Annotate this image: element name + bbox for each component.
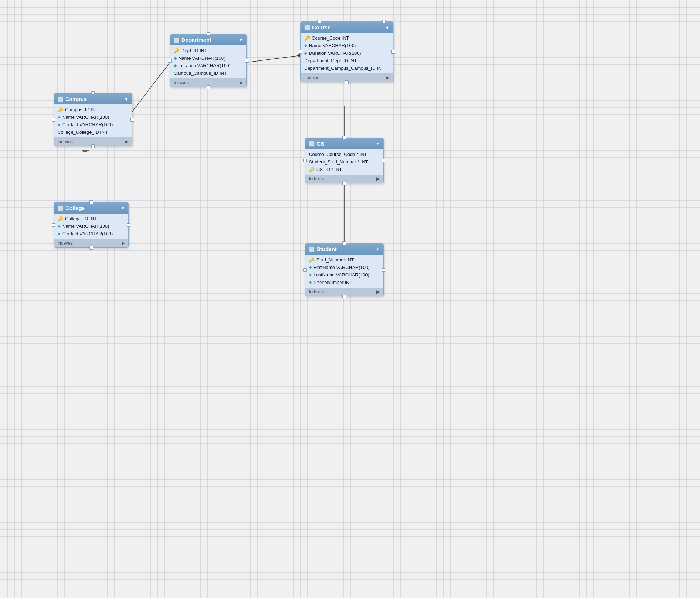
course-table-title: Course — [312, 24, 331, 30]
college-table-header[interactable]: College ▼ — [54, 202, 128, 214]
campus-chevron-icon: ▼ — [124, 97, 128, 101]
key-icon: 🔑 — [309, 167, 315, 172]
student-table: Student ▼ 🔑 Stud_Number INT ◆ FirstName … — [305, 243, 384, 296]
department-table-title: Department — [182, 37, 211, 43]
table-row: 🔑 Campus_ID INT — [54, 106, 132, 113]
table-row: Student_Stud_Number * INT — [305, 158, 383, 166]
table-row: Course_Course_Code * INT — [305, 151, 383, 158]
svg-line-0 — [130, 63, 170, 114]
cs-table-header[interactable]: CS ▼ — [305, 138, 383, 149]
cs-chevron-icon: ▼ — [376, 142, 380, 146]
table-row: ◆ LastName VARCHAR(100) — [305, 271, 383, 279]
department-table: Department ▼ 🔑 Dept_ID INT ◆ Name VARCHA… — [170, 34, 247, 87]
diamond-icon: ◆ — [309, 280, 312, 285]
table-row: ◆ Name VARCHAR(100) — [170, 54, 246, 62]
table-row: ◆ Location VARCHAR(100) — [170, 62, 246, 69]
student-table-icon — [309, 246, 315, 252]
key-icon: 🔑 — [174, 48, 179, 53]
table-row: ◆ Duration VARCHAR(100) — [301, 49, 393, 57]
table-row: ◆ Name VARCHAR(100) — [54, 222, 128, 230]
diamond-icon: ◆ — [58, 115, 60, 119]
college-table: College ▼ 🔑 College_ID INT ◆ Name VARCHA… — [54, 202, 129, 248]
table-row: Department_Dept_ID INT — [301, 57, 393, 64]
table-row: College_College_ID INT — [54, 128, 132, 136]
college-table-icon — [58, 205, 63, 211]
student-chevron-icon: ▼ — [376, 247, 380, 251]
cs-table-icon — [309, 141, 315, 147]
department-table-body: 🔑 Dept_ID INT ◆ Name VARCHAR(100) ◆ Loca… — [170, 45, 246, 78]
campus-table-body: 🔑 Campus_ID INT ◆ Name VARCHAR(100) ◆ Co… — [54, 104, 132, 137]
table-row: 🔑 College_ID INT — [54, 215, 128, 222]
department-table-header[interactable]: Department ▼ — [170, 34, 246, 45]
college-table-body: 🔑 College_ID INT ◆ Name VARCHAR(100) ◆ C… — [54, 214, 128, 239]
indexes-arrow-icon: ▶ — [122, 241, 125, 246]
table-row: ◆ PhoneNumber INT — [305, 279, 383, 286]
department-table-icon — [174, 37, 179, 43]
campus-table-icon — [58, 96, 63, 102]
course-table-header[interactable]: Course ▼ — [301, 22, 393, 33]
course-table-body: 🔑 Course_Code INT ◆ Name VARCHAR(100) ◆ … — [301, 33, 393, 73]
indexes-arrow-icon: ▶ — [376, 289, 380, 294]
college-chevron-icon: ▼ — [121, 206, 125, 210]
key-icon: 🔑 — [58, 216, 63, 221]
table-row: 🔑 Stud_Number INT — [305, 256, 383, 264]
table-row: 🔑 Dept_ID INT — [170, 47, 246, 54]
course-table: Course ▼ 🔑 Course_Code INT ◆ Name VARCHA… — [300, 21, 393, 82]
table-row: 🔑 Course_Code INT — [301, 34, 393, 42]
diamond-icon: ◆ — [309, 273, 312, 277]
indexes-arrow-icon: ▶ — [376, 176, 380, 181]
campus-table-header[interactable]: Campus ▼ — [54, 93, 132, 104]
key-icon: 🔑 — [309, 257, 315, 263]
diamond-icon: ◆ — [58, 224, 60, 229]
diamond-icon: ◆ — [58, 231, 60, 236]
svg-line-9 — [245, 55, 300, 63]
key-icon: 🔑 — [304, 35, 310, 41]
cs-table-body: Course_Course_Code * INT Student_Stud_Nu… — [305, 149, 383, 175]
table-row: ◆ Contact VARCHAR(100) — [54, 121, 132, 128]
diamond-icon: ◆ — [309, 265, 312, 270]
course-chevron-icon: ▼ — [385, 25, 389, 30]
department-chevron-icon: ▼ — [239, 38, 243, 42]
cs-table-title: CS — [317, 141, 324, 147]
student-table-body: 🔑 Stud_Number INT ◆ FirstName VARCHAR(10… — [305, 255, 383, 288]
cs-table: CS ▼ Course_Course_Code * INT Student_St… — [305, 138, 384, 183]
campus-table: Campus ▼ 🔑 Campus_ID INT ◆ Name VARCHAR(… — [54, 93, 132, 146]
indexes-arrow-icon: ▶ — [240, 80, 243, 85]
indexes-arrow-icon: ▶ — [386, 75, 389, 80]
college-table-title: College — [65, 205, 85, 211]
diamond-icon: ◆ — [304, 43, 307, 48]
student-table-title: Student — [317, 246, 337, 252]
table-row: ◆ Name VARCHAR(100) — [54, 113, 132, 121]
table-row: ◆ Contact VARCHAR(100) — [54, 230, 128, 237]
campus-table-title: Campus — [65, 96, 87, 102]
key-icon: 🔑 — [58, 107, 63, 112]
diamond-icon: ◆ — [174, 56, 177, 60]
connections-layer — [0, 0, 700, 598]
table-row: Department_Campus_Campus_ID INT — [301, 64, 393, 72]
course-table-icon — [304, 25, 310, 30]
indexes-arrow-icon: ▶ — [125, 139, 128, 144]
table-row: ◆ FirstName VARCHAR(100) — [305, 264, 383, 271]
diamond-icon: ◆ — [58, 122, 60, 127]
diamond-icon: ◆ — [174, 63, 177, 68]
diamond-icon: ◆ — [304, 51, 307, 55]
table-row: ◆ Name VARCHAR(100) — [301, 42, 393, 49]
table-row: 🔑 CS_ID * INT — [305, 166, 383, 173]
table-row: Campus_Campus_ID INT — [170, 69, 246, 77]
student-table-header[interactable]: Student ▼ — [305, 244, 383, 255]
